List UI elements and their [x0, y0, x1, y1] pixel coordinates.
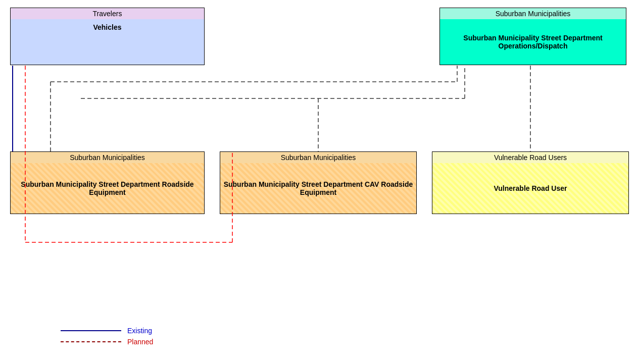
legend-planned: Planned	[61, 338, 153, 346]
bottom-right-header: Vulnerable Road Users	[432, 152, 628, 163]
existing-line	[61, 330, 121, 331]
existing-label: Existing	[127, 327, 152, 335]
bottom-left-body: Suburban Municipality Street Department …	[11, 163, 204, 214]
node-bottom-right: Vulnerable Road Users Vulnerable Road Us…	[432, 151, 629, 214]
legend-existing: Existing	[61, 327, 153, 335]
travelers-header: Travelers	[11, 8, 204, 19]
legend: Existing Planned	[61, 327, 153, 349]
travelers-body: Vehicles	[11, 19, 204, 65]
planned-line	[61, 341, 121, 342]
suburban-top-header: Suburban Municipalities	[440, 8, 626, 19]
diagram-container: Travelers Vehicles Suburban Municipaliti…	[0, 0, 637, 364]
bottom-mid-body: Suburban Municipality Street Department …	[220, 163, 416, 214]
planned-label: Planned	[127, 338, 153, 346]
bottom-right-body: Vulnerable Road User	[432, 163, 628, 214]
node-suburban-top: Suburban Municipalities Suburban Municip…	[439, 8, 626, 65]
node-bottom-mid: Suburban Municipalities Suburban Municip…	[220, 151, 417, 214]
node-travelers: Travelers Vehicles	[10, 8, 205, 65]
bottom-left-header: Suburban Municipalities	[11, 152, 204, 163]
suburban-top-body: Suburban Municipality Street Department …	[440, 19, 626, 65]
node-bottom-left: Suburban Municipalities Suburban Municip…	[10, 151, 205, 214]
bottom-mid-header: Suburban Municipalities	[220, 152, 416, 163]
